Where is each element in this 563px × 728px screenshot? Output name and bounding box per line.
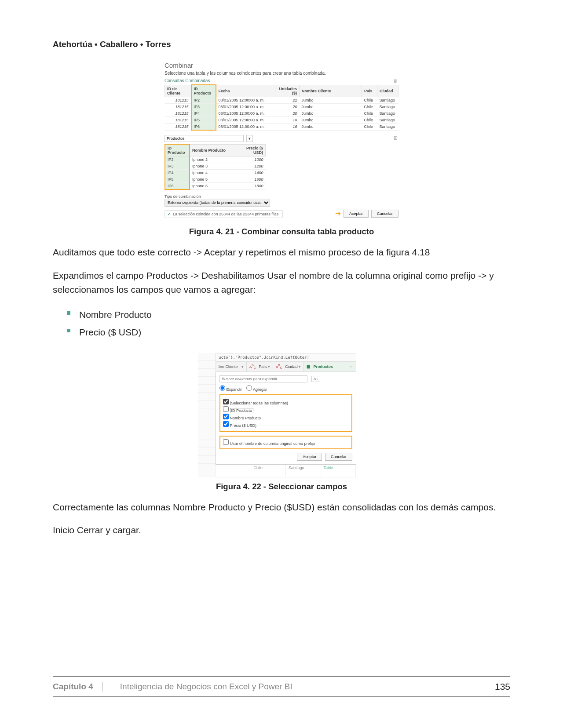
cancel-button[interactable]: Cancelar — [371, 210, 398, 218]
formula-bar: ucto"},"Productos",JoinKind.LeftOuter) — [216, 353, 356, 362]
paragraph-4: Inicio Cerrar y cargar. — [53, 523, 510, 538]
prefix-checkbox[interactable]: Usar el nombre de columna original como … — [219, 436, 352, 449]
list-item: Nombre Producto — [79, 306, 510, 324]
arrow-icon: ➔ — [335, 209, 341, 218]
chevron-down-icon[interactable]: ▾ — [246, 135, 253, 142]
add-radio[interactable]: Agregar — [246, 387, 267, 392]
table-row: 181215 IP5 08/01/2005 12:00:00 a. m. 18 … — [165, 117, 398, 124]
nombre-producto-checkbox[interactable]: Nombre Producto — [223, 414, 349, 420]
col-fecha: Fecha — [216, 85, 275, 97]
row-gutter — [198, 353, 216, 477]
figure-caption-21: Figura 4. 21 - Combinar consulta tabla p… — [53, 227, 510, 237]
field-list: Nombre Producto Precio ($ USD) — [53, 306, 510, 341]
combine-dialog: Combinar Seleccione una tabla y las colu… — [158, 58, 405, 222]
select-all-checkbox[interactable]: (Seleccionar todas las columnas) — [223, 399, 349, 405]
table-row: 181215 IP4 08/01/2005 12:00:00 a. m. 20 … — [165, 110, 398, 117]
page-number: 135 — [495, 681, 510, 692]
accept-button[interactable]: Aceptar — [344, 210, 369, 218]
check-icon: ✓ — [168, 212, 171, 216]
accept-button-2[interactable]: Aceptar — [297, 453, 322, 461]
column-header-row: bre Cliente▾ ABC País▾ ABC Ciudad▾ ▦ Pro… — [216, 362, 356, 371]
join-type-dropdown[interactable]: Externa izquierda (todas de la primera, … — [165, 199, 270, 207]
paragraph-2: Expandimos el campo Productos -> Deshabi… — [53, 269, 510, 297]
col-pais: País — [362, 85, 377, 97]
table-icon: ▦ — [307, 364, 311, 369]
col-id-cliente: ID de Cliente — [165, 85, 191, 97]
merged-queries-table: ID de Cliente ID Producto Fecha Unidades… — [165, 84, 398, 131]
col-unidades: Unidades ($) — [275, 85, 300, 97]
dialog-subtitle: Seleccione una tabla y las columnas coin… — [165, 71, 398, 76]
col-id-producto-2: ID Producto — [165, 144, 190, 157]
col-id-producto: ID Producto — [191, 85, 216, 97]
productos-dropdown[interactable] — [165, 135, 244, 142]
precio-checkbox[interactable]: Precio ($ USD) — [223, 421, 349, 428]
expand-dialog: ucto"},"Productos",JoinKind.LeftOuter) b… — [198, 353, 365, 477]
doc-icon: 🗎 — [393, 78, 398, 84]
book-title: Inteligencia de Negocios con Excel y Pow… — [102, 682, 292, 692]
paragraph-1: Auditamos que todo este correcto -> Acep… — [53, 245, 510, 260]
table-header-row: ID de Cliente ID Producto Fecha Unidades… — [165, 85, 398, 97]
dialog-title: Combinar — [165, 62, 398, 69]
figure-caption-22: Figura 4. 22 - Seleccionar campos — [53, 482, 510, 491]
tipo-label: Tipo de combinación — [165, 194, 398, 199]
table-row: 181215 IP2 08/01/2005 12:00:00 a. m. 22 … — [165, 97, 398, 104]
match-status: ✓ La selección coincide con 25344 de las… — [165, 210, 283, 218]
id-producto-checkbox[interactable]: ID Producto — [223, 406, 349, 413]
columns-checkbox-group: (Seleccionar todas las columnas) ID Prod… — [219, 394, 352, 432]
expand-radio[interactable]: Expandir — [219, 387, 242, 392]
col-nombre-producto: Nombre Producto — [190, 144, 239, 157]
col-nombre-cliente: Nombre Cliente — [300, 85, 362, 97]
table-row: 181215 IP6 08/01/2005 12:00:00 a. m. 16 … — [165, 124, 398, 131]
page-footer: Capítulo 4 Inteligencia de Negocios con … — [53, 676, 510, 697]
col-ciudad: Ciudad — [377, 85, 398, 97]
section-label-1: Consultas Combinadas — [165, 78, 398, 83]
doc-icon: 🗎 — [393, 135, 398, 142]
productos-table: ID Producto Nombre Producto Precio ($ US… — [165, 144, 266, 190]
table-row: 181215 IP3 08/01/2005 12:00:00 a. m. 20 … — [165, 104, 398, 110]
search-input[interactable] — [219, 375, 307, 382]
header-authors: Atehortúa • Caballero • Torres — [53, 40, 510, 49]
list-item: Precio ($ USD) — [79, 324, 510, 341]
chapter-label: Capítulo 4 — [53, 682, 102, 692]
paragraph-3: Correctamente las columnas Nombre Produc… — [53, 500, 510, 515]
col-precio: Precio ($ USD) — [239, 144, 266, 157]
background-rows: ChileSantiagoTable … — [216, 465, 356, 477]
sort-icon[interactable]: A↓ — [311, 376, 321, 382]
cancel-button-2[interactable]: Cancelar — [325, 453, 352, 461]
